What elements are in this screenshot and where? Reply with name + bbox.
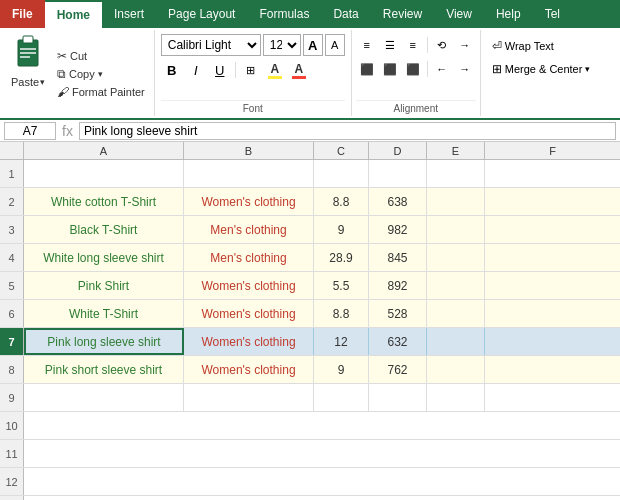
table-row[interactable]: 6 White T-Shirt Women's clothing 8.8 528 [0,300,620,328]
cell-A9[interactable] [24,384,184,411]
cell-D6[interactable]: 528 [369,300,427,327]
italic-button[interactable]: I [185,59,207,81]
cell-B8[interactable]: Women's clothing [184,356,314,383]
table-row[interactable]: 9 [0,384,620,412]
cell-B7[interactable]: Women's clothing [184,328,314,355]
underline-button[interactable]: U [209,59,231,81]
decrease-indent-button[interactable]: ← [431,58,453,80]
cell-E4[interactable] [427,244,485,271]
table-row[interactable]: 1 [0,160,620,188]
cell-A7[interactable]: Pink long sleeve shirt [24,328,184,355]
cell-F4[interactable] [485,244,620,271]
cell-D9[interactable] [369,384,427,411]
align-top-center-button[interactable]: ☰ [379,34,401,56]
name-box[interactable] [4,122,56,140]
tab-tel[interactable]: Tel [533,0,572,28]
cell-C3[interactable]: 9 [314,216,369,243]
table-row[interactable]: 8 Pink short sleeve shirt Women's clothi… [0,356,620,384]
table-row[interactable]: 3 Black T-Shirt Men's clothing 9 982 [0,216,620,244]
table-row[interactable]: 4 White long sleeve shirt Men's clothing… [0,244,620,272]
cell-F8[interactable] [485,356,620,383]
tab-page-layout[interactable]: Page Layout [156,0,247,28]
cell-B5[interactable]: Women's clothing [184,272,314,299]
tab-formulas[interactable]: Formulas [247,0,321,28]
format-painter-button[interactable]: 🖌 Format Painter [54,84,148,100]
tab-data[interactable]: Data [321,0,370,28]
cell-B6[interactable]: Women's clothing [184,300,314,327]
cell-C7[interactable]: 12 [314,328,369,355]
cell-D3[interactable]: 982 [369,216,427,243]
cell-E2[interactable] [427,188,485,215]
align-top-right-button[interactable]: ≡ [402,34,424,56]
align-top-left-button[interactable]: ≡ [356,34,378,56]
copy-button[interactable]: ⧉ Copy ▾ [54,66,148,82]
align-right-button[interactable]: ⬛ [402,58,424,80]
cell-D8[interactable]: 762 [369,356,427,383]
cut-button[interactable]: ✂ Cut [54,48,148,64]
increase-font-button[interactable]: A [303,34,323,56]
indent-increase-button[interactable]: → [454,34,476,56]
cell-E9[interactable] [427,384,485,411]
cell-C2[interactable]: 8.8 [314,188,369,215]
cell-E5[interactable] [427,272,485,299]
align-left-button[interactable]: ⬛ [356,58,378,80]
cell-B4[interactable]: Men's clothing [184,244,314,271]
table-row[interactable]: 13 [0,496,620,500]
table-row[interactable]: 7 Pink long sleeve shirt Women's clothin… [0,328,620,356]
cell-A8[interactable]: Pink short sleeve shirt [24,356,184,383]
cell-C4[interactable]: 28.9 [314,244,369,271]
cell-B3[interactable]: Men's clothing [184,216,314,243]
cell-F1[interactable] [485,160,620,187]
cell-A3[interactable]: Black T-Shirt [24,216,184,243]
table-row[interactable]: 10 [0,412,620,440]
cell-F7[interactable] [485,328,620,355]
orientation-button[interactable]: ⟲ [431,34,453,56]
decrease-font-button[interactable]: A [325,34,345,56]
table-row[interactable]: 5 Pink Shirt Women's clothing 5.5 892 [0,272,620,300]
tab-home[interactable]: Home [45,0,102,28]
cell-D7[interactable]: 632 [369,328,427,355]
merge-center-button[interactable]: ⊞ Merge & Center ▾ [487,59,596,79]
font-color-button[interactable]: A [288,59,310,81]
cell-F9[interactable] [485,384,620,411]
cell-E1[interactable] [427,160,485,187]
cell-F3[interactable] [485,216,620,243]
align-center-button[interactable]: ⬛ [379,58,401,80]
cell-B2[interactable]: Women's clothing [184,188,314,215]
table-row[interactable]: 12 [0,468,620,496]
tab-file[interactable]: File [0,0,45,28]
cell-A4[interactable]: White long sleeve shirt [24,244,184,271]
formula-input[interactable] [79,122,616,140]
cell-B9[interactable] [184,384,314,411]
cell-E8[interactable] [427,356,485,383]
cell-D5[interactable]: 892 [369,272,427,299]
cell-E7[interactable] [427,328,485,355]
cell-F6[interactable] [485,300,620,327]
cell-C5[interactable]: 5.5 [314,272,369,299]
cell-B1[interactable] [184,160,314,187]
font-name-dropdown[interactable]: Calibri Light [161,34,261,56]
cell-D1[interactable] [369,160,427,187]
wrap-text-button[interactable]: ⏎ Wrap Text [487,36,596,56]
cell-D2[interactable]: 638 [369,188,427,215]
cell-C8[interactable]: 9 [314,356,369,383]
cell-F2[interactable] [485,188,620,215]
cell-C1[interactable] [314,160,369,187]
cell-E6[interactable] [427,300,485,327]
tab-review[interactable]: Review [371,0,434,28]
cell-C6[interactable]: 8.8 [314,300,369,327]
borders-button[interactable]: ⊞ [240,59,262,81]
cell-E3[interactable] [427,216,485,243]
fill-color-button[interactable]: A [264,59,286,81]
table-row[interactable]: 2 White cotton T-Shirt Women's clothing … [0,188,620,216]
cell-A6[interactable]: White T-Shirt [24,300,184,327]
table-row[interactable]: 11 [0,440,620,468]
cell-F5[interactable] [485,272,620,299]
bold-button[interactable]: B [161,59,183,81]
cell-D4[interactable]: 845 [369,244,427,271]
cell-A5[interactable]: Pink Shirt [24,272,184,299]
cell-C9[interactable] [314,384,369,411]
tab-help[interactable]: Help [484,0,533,28]
increase-indent-button[interactable]: → [454,58,476,80]
cell-A1[interactable] [24,160,184,187]
